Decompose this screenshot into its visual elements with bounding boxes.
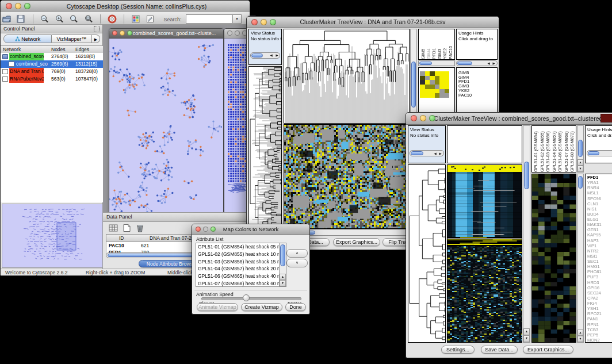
usage-hints-scrollbar[interactable]: ◀ ▶	[456, 60, 498, 66]
row-dendrogram[interactable]	[408, 164, 446, 343]
minimize-icon[interactable]	[203, 227, 208, 232]
attribute-item[interactable]: GPL51-02 (GSM855) heat shock 10 min	[196, 251, 286, 258]
create-vizmap-button[interactable]: Create Vizmap	[241, 303, 282, 311]
scrollbar-thumb[interactable]	[578, 140, 583, 157]
dialog-titlebar[interactable]: Map Colors to Network	[192, 224, 309, 235]
scroll-left-icon[interactable]: ◀	[486, 61, 491, 66]
attribute-grid-icon[interactable]	[109, 224, 118, 233]
zoom-out-icon[interactable]	[40, 14, 49, 24]
scroll-left-icon[interactable]: ◀	[433, 151, 438, 156]
maximize-icon[interactable]	[211, 227, 216, 232]
view-status-scrollbar[interactable]: ◀ ▶	[250, 52, 280, 59]
network-list-row[interactable]: RNAPuberNov2+563(0)107847(0)	[1, 75, 103, 83]
attribute-listbox[interactable]: GPL51-01 (GSM854) heat shock 05 minGPL51…	[196, 243, 286, 287]
speed-slider-track[interactable]	[201, 297, 301, 300]
scroll-down-icon[interactable]: ▼	[577, 336, 583, 342]
attribute-item[interactable]: GPL51-06 (GSM865) heat shock 40 min	[196, 273, 286, 280]
labels-vscrollbar[interactable]: ▲ ▼	[577, 125, 584, 173]
attribute-item[interactable]: GPL51-03 (GSM856) heat shock 15 min	[196, 258, 286, 266]
save-data-button[interactable]: Save Data...	[481, 346, 518, 354]
zoom-labels-scrollbar[interactable]	[418, 60, 455, 66]
treeview2-titlebar[interactable]: ClusterMaker TreeView : combined_scores_…	[406, 113, 612, 125]
speed-slider-thumb[interactable]	[243, 294, 250, 301]
global-heatmap[interactable]	[447, 164, 522, 343]
scroll-right-icon[interactable]: ▶	[491, 61, 496, 66]
zoom-in-icon[interactable]	[55, 14, 64, 24]
row-dendrogram-canvas[interactable]	[249, 67, 281, 236]
zoom-heatmap-panel[interactable]	[531, 174, 576, 343]
scrollbar-thumb[interactable]	[251, 53, 263, 58]
scroll-up-icon[interactable]: ▲	[577, 329, 583, 336]
maximize-icon[interactable]	[24, 3, 30, 9]
close-icon[interactable]	[6, 3, 12, 9]
maximize-icon[interactable]	[270, 19, 276, 25]
tab-overflow-icon[interactable]: ▶	[92, 35, 100, 43]
scroll-right-icon[interactable]: ▶	[274, 53, 280, 58]
annotation-icon[interactable]	[146, 14, 155, 24]
scrollbar-thumb[interactable]	[524, 162, 529, 189]
float-panel-icon[interactable]	[94, 26, 100, 32]
scroll-right-icon[interactable]: ▶	[438, 151, 443, 156]
move-up-button[interactable]: ∧	[286, 249, 308, 258]
scroll-left-icon[interactable]: ◀	[269, 53, 274, 58]
animate-vizmap-button[interactable]: Animate Vizmap	[197, 303, 238, 311]
global-heatmap[interactable]	[284, 124, 410, 229]
scroll-up-icon[interactable]: ▲	[523, 328, 530, 335]
attribute-item[interactable]: GPL51-07 (GSM868) heat shock 60 min	[196, 280, 286, 287]
global-heatmap-canvas[interactable]	[284, 125, 409, 228]
open-icon[interactable]	[2, 14, 12, 24]
save-icon[interactable]	[16, 14, 26, 24]
done-button[interactable]: Done	[285, 303, 306, 311]
scroll-down-icon[interactable]: ▼	[577, 166, 583, 172]
global-heatmap-canvas[interactable]	[447, 165, 522, 342]
delete-attribute-icon[interactable]	[135, 224, 145, 233]
network-canvas[interactable]	[109, 39, 222, 212]
settings-button[interactable]: Settings...	[441, 346, 475, 354]
heatmap-vscrollbar[interactable]: ▲ ▼	[523, 125, 530, 343]
zoom-heatmap-matrix[interactable]	[420, 71, 449, 98]
scrollbar-thumb[interactable]	[280, 244, 285, 266]
row-dendrogram-canvas[interactable]	[408, 165, 445, 342]
column-dendrogram[interactable]	[447, 125, 522, 163]
list-scrollbar[interactable]: ▲ ▼	[279, 243, 286, 286]
search-input[interactable]	[186, 14, 233, 24]
usage-hints-scrollbar[interactable]	[587, 150, 612, 156]
scrollbar-thumb[interactable]	[411, 151, 423, 155]
scrollbar-thumb[interactable]	[457, 62, 472, 65]
minimize-icon[interactable]	[261, 19, 267, 25]
scroll-up-icon[interactable]: ▲	[280, 274, 286, 280]
scroll-up-icon[interactable]: ▲	[577, 159, 583, 166]
tab-network[interactable]: Network	[3, 35, 52, 43]
birdseye-view[interactable]	[2, 204, 103, 268]
maximize-icon[interactable]	[429, 115, 435, 121]
maximize-icon[interactable]	[127, 30, 132, 36]
close-icon[interactable]	[112, 30, 117, 36]
zoom-fit-icon[interactable]	[69, 14, 79, 24]
attribute-item[interactable]: GPL51-01 (GSM854) heat shock 05 min	[196, 243, 286, 251]
move-down-button[interactable]: ∨	[286, 259, 308, 267]
zoom-heatmap-canvas[interactable]	[532, 174, 576, 342]
network-list-row[interactable]: DNA and Tran 07769(0)183728(0)	[1, 68, 103, 75]
scrollbar-thumb[interactable]	[419, 62, 432, 65]
network-table-header[interactable]: Network Nodes Edges	[1, 45, 103, 53]
close-icon[interactable]	[196, 227, 201, 232]
minimize-icon[interactable]	[235, 30, 240, 36]
row-dendrogram[interactable]	[248, 66, 282, 236]
export-graphics-button[interactable]: Export Graphics...	[333, 238, 380, 246]
main-titlebar[interactable]: Cytoscape Desktop (Session Name: collins…	[1, 1, 250, 13]
minimize-icon[interactable]	[120, 30, 125, 36]
column-dendrogram-canvas[interactable]	[284, 29, 409, 123]
scrollbar-thumb[interactable]	[411, 62, 416, 108]
minimize-icon[interactable]	[15, 3, 21, 9]
scroll-down-icon[interactable]: ▼	[523, 335, 530, 342]
export-graphics-button[interactable]: Export Graphics...	[523, 346, 573, 354]
column-dendrogram[interactable]	[284, 29, 410, 124]
vizmapper-icon[interactable]	[131, 14, 141, 24]
zoom-selected-icon[interactable]	[84, 14, 94, 24]
close-icon[interactable]	[227, 30, 232, 36]
treeview1-titlebar[interactable]: ClusterMaker TreeView : DNA and Tran 07-…	[247, 17, 499, 28]
tab-vizmapper[interactable]: VizMapper™	[52, 35, 92, 43]
select-attributes-icon[interactable]	[122, 224, 132, 233]
view-status-scrollbar[interactable]: ◀ ▶	[410, 150, 444, 156]
close-icon[interactable]	[251, 19, 258, 25]
